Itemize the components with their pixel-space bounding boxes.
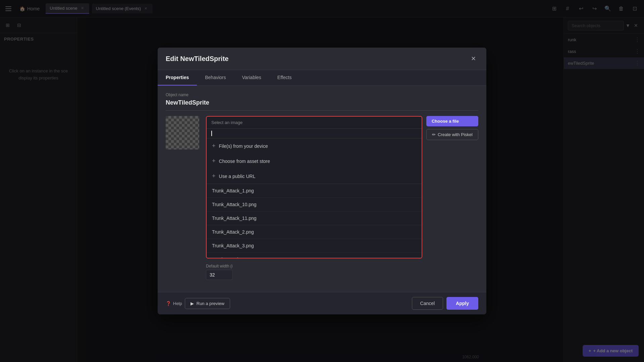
file-item-1[interactable]: Trunk_Attack_10.png [207, 198, 422, 212]
modal-header: Edit NewTiledSprite ✕ [158, 48, 486, 70]
tab-properties[interactable]: Properties [158, 70, 197, 85]
tab-behaviors[interactable]: Behaviors [197, 70, 234, 85]
cursor-blink [211, 131, 212, 136]
image-select-wrapper: Select an image + File(s) from your d [206, 116, 422, 258]
footer-right: Cancel Apply [412, 297, 478, 310]
modal-title: Edit NewTiledSprite [166, 55, 228, 63]
default-width-value[interactable]: 32 [206, 270, 233, 280]
help-icon: ❓ [166, 301, 171, 306]
apply-button[interactable]: Apply [446, 297, 478, 310]
object-name-label: Object name [166, 93, 478, 97]
modal-tabs: Properties Behaviors Variables Effects [158, 70, 486, 86]
modal-close-button[interactable]: ✕ [468, 54, 478, 64]
create-piskel-button[interactable]: ✏ Create with Piskel [426, 129, 478, 140]
dropdown-action-from-device[interactable]: + File(s) from your device [207, 138, 422, 154]
cancel-button[interactable]: Cancel [412, 297, 443, 310]
image-search-input-row[interactable] [207, 129, 422, 138]
tab-effects[interactable]: Effects [269, 70, 300, 85]
file-item-4[interactable]: Trunk_Attack_3.png [207, 239, 422, 253]
plus-icon-store: + [212, 158, 216, 165]
plus-icon-device: + [212, 142, 216, 149]
choose-file-button[interactable]: Choose a file [426, 116, 478, 126]
piskel-icon: ✏ [432, 132, 436, 137]
run-preview-button[interactable]: ▶ Run a preview [185, 298, 230, 309]
image-select-section: Select an image + File(s) from your d [206, 116, 478, 280]
modal-body: Object name NewTiledSprite Select an ima… [158, 86, 486, 292]
footer-left: ❓ Help ▶ Run a preview [166, 298, 230, 309]
image-search-row: Select an image [207, 117, 422, 129]
play-icon: ▶ [191, 301, 194, 306]
file-item-5[interactable]: Trunk_Attack_4.png [207, 253, 422, 258]
file-item-3[interactable]: Trunk_Attack_2.png [207, 225, 422, 239]
object-name-value: NewTiledSprite [166, 99, 478, 111]
dropdown-action-asset-store[interactable]: + Choose from asset store [207, 154, 422, 169]
file-item-0[interactable]: Trunk_Attack_1.png [207, 184, 422, 198]
dropdown-action-public-url[interactable]: + Use a public URL [207, 169, 422, 184]
modal-footer: ❓ Help ▶ Run a preview Cancel Apply [158, 292, 486, 314]
tab-variables[interactable]: Variables [234, 70, 269, 85]
help-button[interactable]: ❓ Help [166, 301, 182, 306]
default-width-label: Default width (i [206, 264, 478, 268]
image-select-dropdown: Select an image + File(s) from your d [206, 116, 422, 258]
sprite-row: Select an image + File(s) from your d [166, 116, 478, 280]
plus-icon-url: + [212, 173, 216, 180]
file-item-2[interactable]: Trunk_Attack_11.png [207, 212, 422, 225]
image-search-label-text: Select an image [211, 120, 243, 125]
sprite-preview [166, 116, 199, 149]
dropdown-file-list[interactable]: Trunk_Attack_1.png Trunk_Attack_10.png T… [207, 184, 422, 258]
dropdown-action-list: + File(s) from your device + Choose from… [207, 138, 422, 184]
edit-sprite-modal: Edit NewTiledSprite ✕ Properties Behavio… [158, 48, 486, 314]
default-width-section: Default width (i 32 [206, 264, 478, 280]
